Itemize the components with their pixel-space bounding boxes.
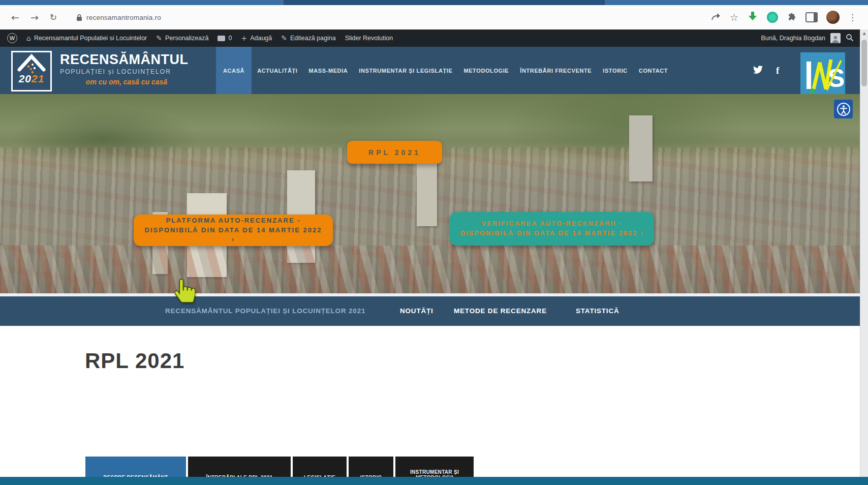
browser-toolbar: ← → ↻ recensamantromania.ro ☆ ⋮ xyxy=(0,5,868,30)
scrollbar-thumb[interactable] xyxy=(861,40,867,86)
reload-icon[interactable]: ↻ xyxy=(48,11,59,24)
nav-item-acasa[interactable]: ACASĂ xyxy=(216,47,252,94)
wordpress-logo-icon[interactable]: W xyxy=(7,33,17,43)
ins-logo[interactable]: S xyxy=(800,52,845,98)
admin-comments-link[interactable]: 0 xyxy=(218,35,232,42)
comment-bubble-icon xyxy=(218,36,225,41)
plus-icon: + xyxy=(241,35,247,42)
building-shape xyxy=(629,115,653,181)
share-icon[interactable] xyxy=(711,12,721,23)
admin-site-link[interactable]: ⌂ Recensamantul Populatiei si Locuintelo… xyxy=(26,35,147,42)
admin-customize-label: Personalizează xyxy=(165,35,208,42)
accessibility-widget-icon[interactable] xyxy=(834,100,853,118)
subnav-item-noutati[interactable]: NOUTĂȚI xyxy=(400,296,433,326)
brush-icon: ✎ xyxy=(156,35,162,42)
nav-item-instrumentar[interactable]: INSTRUMENTAR ȘI LEGISLAȚIE xyxy=(353,47,458,94)
browser-menu-icon[interactable]: ⋮ xyxy=(848,12,857,22)
hero-banner: RPL 2021 PLATFORMA AUTO-RECENZARE - DISP… xyxy=(0,94,868,293)
logo-year: 2021 xyxy=(19,73,45,85)
admin-greeting[interactable]: Bună, Draghia Bogdan xyxy=(761,35,825,42)
back-icon[interactable]: ← xyxy=(9,11,21,24)
facebook-icon[interactable]: f xyxy=(776,65,779,76)
site-title-block[interactable]: RECENSĂMÂNTUL POPULAȚIEI și LOCUINȚELOR … xyxy=(60,53,193,86)
census-logo[interactable]: 2021 xyxy=(11,51,52,92)
window-bottom-band xyxy=(0,477,868,485)
admin-slider-revolution-link[interactable]: Slider Revolution xyxy=(345,35,393,42)
page-content: RPL 2021 DESPRE RECENSĂMÂNT ÎNTREBĂRI AL… xyxy=(0,326,868,477)
nav-item-mass-media[interactable]: MASS-MEDIA xyxy=(303,47,353,94)
logo-year-21: 21 xyxy=(32,73,44,84)
extension-badge-icon[interactable] xyxy=(767,12,778,23)
nav-item-istoric[interactable]: ISTORIC xyxy=(597,47,633,94)
logo-year-20: 20 xyxy=(19,73,32,84)
admin-new-link[interactable]: + Adaugă xyxy=(241,35,272,42)
admin-account-area: Bună, Draghia Bogdan xyxy=(761,29,854,47)
social-links: f xyxy=(753,47,779,94)
rooftops-texture xyxy=(0,246,868,293)
house-icon xyxy=(17,52,46,75)
admin-customize-link[interactable]: ✎ Personalizează xyxy=(156,35,208,42)
pencil-icon: ✎ xyxy=(281,35,287,42)
admin-new-label: Adaugă xyxy=(250,35,272,42)
wp-admin-bar: W ⌂ Recensamantul Populatiei si Locuinte… xyxy=(0,29,868,47)
main-navigation: ACASĂ ACTUALITĂȚI MASS-MEDIA INSTRUMENTA… xyxy=(216,47,673,94)
screen: ← → ↻ recensamantromania.ro ☆ ⋮ W xyxy=(0,0,868,485)
rpl-2021-button[interactable]: RPL 2021 xyxy=(347,141,442,164)
page-title: RPL 2021 xyxy=(85,349,184,373)
forward-icon[interactable]: → xyxy=(28,11,41,24)
hand-cursor xyxy=(175,279,195,305)
nav-item-contact[interactable]: CONTACT xyxy=(633,47,673,94)
admin-avatar[interactable] xyxy=(830,33,841,43)
subnav-item-metode[interactable]: METODE DE RECENZARE xyxy=(454,296,547,326)
verificare-auto-recenzare-button[interactable]: VERIFICAREA AUTO-RECENZĂRII - DISPONIBIL… xyxy=(450,212,654,246)
nav-item-metodologie[interactable]: METODOLOGIE xyxy=(458,47,514,94)
site-tagline: om cu om, casă cu casă xyxy=(60,78,193,86)
page-scrollbar[interactable]: ▲ xyxy=(860,29,868,477)
nav-item-actualitati[interactable]: ACTUALITĂȚI xyxy=(252,47,303,94)
sub-navigation: RECENSĂMÂNTUL POPULAȚIEI ȘI LOCUINȚELOR … xyxy=(0,296,868,326)
building-shape xyxy=(417,155,437,226)
site-header: 2021 RECENSĂMÂNTUL POPULAȚIEI și LOCUINȚ… xyxy=(0,47,868,94)
padlock-icon xyxy=(76,14,82,21)
browser-actions: ☆ ⋮ xyxy=(711,5,857,29)
twitter-icon[interactable] xyxy=(753,66,763,76)
window-top-band-segment xyxy=(284,0,605,5)
admin-slider-label: Slider Revolution xyxy=(345,35,393,42)
site-subtitle: POPULAȚIEI și LOCUINȚELOR xyxy=(60,68,193,75)
nav-item-intrebari[interactable]: ÎNTREBĂRI FRECVENTE xyxy=(514,47,597,94)
extensions-puzzle-icon[interactable] xyxy=(787,11,797,23)
platforma-auto-recenzare-button[interactable]: PLATFORMA AUTO-RECENZARE - DISPONIBILĂ D… xyxy=(134,215,333,246)
admin-edit-page-link[interactable]: ✎ Editează pagina xyxy=(281,35,335,42)
admin-comments-count: 0 xyxy=(228,35,232,42)
admin-site-name: Recensamantul Populatiei si Locuintelor xyxy=(34,35,147,42)
subnav-item-rpl2021[interactable]: RECENSĂMÂNTUL POPULAȚIEI ȘI LOCUINȚELOR … xyxy=(165,296,365,326)
subnav-item-statistica[interactable]: STATISTICĂ xyxy=(576,296,619,326)
download-extension-icon[interactable] xyxy=(747,11,758,24)
home-icon: ⌂ xyxy=(26,35,31,42)
admin-search-icon[interactable] xyxy=(846,34,854,43)
scrollbar-up-arrow[interactable]: ▲ xyxy=(860,29,868,38)
admin-edit-label: Editează pagina xyxy=(290,35,336,42)
bookmark-star-icon[interactable]: ☆ xyxy=(730,12,738,23)
site-title: RECENSĂMÂNTUL xyxy=(60,53,193,67)
sidebar-icon[interactable] xyxy=(805,12,818,22)
profile-avatar[interactable] xyxy=(826,11,840,24)
window-top-band xyxy=(0,0,868,5)
url-text[interactable]: recensamantromania.ro xyxy=(86,14,161,21)
